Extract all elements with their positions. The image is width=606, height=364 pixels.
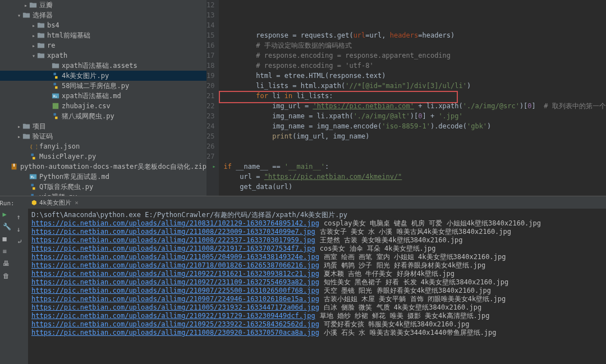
console-link[interactable]: https://pic.netbian.com/uploads/allimg/2… (31, 261, 319, 269)
tree-item[interactable]: 4k美女图片.py (0, 71, 206, 81)
tree-item[interactable]: M↓xpath语法基础.md (0, 91, 206, 101)
console-line: https://pic.netbian.com/uploads/allimg/2… (31, 303, 603, 312)
console-link[interactable]: https://pic.netbian.com/uploads/allimg/2… (31, 228, 315, 236)
tree-item-label: bs4 (47, 21, 59, 29)
console-link[interactable]: https://pic.netbian.com/uploads/allimg/2… (31, 287, 319, 294)
tree-item[interactable]: M↓Python常见面试题.md (0, 172, 206, 182)
tree-item-label: 验证码 (33, 132, 53, 141)
tree-item-label: re (47, 42, 55, 49)
print-icon[interactable]: 🖶 (3, 260, 12, 269)
expand-arrow-icon[interactable]: ▸ (30, 22, 37, 29)
tree-item[interactable]: ▸bs4 (0, 20, 206, 30)
console-link[interactable]: https://pic.netbian.com/uploads/allimg/2… (31, 245, 315, 252)
tree-item[interactable]: zhubajie.csv (0, 101, 206, 111)
console-link[interactable]: https://pic.netbian.com/uploads/allimg/2… (31, 329, 319, 337)
json-icon: { } (29, 142, 37, 150)
console-link[interactable]: https://pic.netbian.com/uploads/allimg/2… (31, 270, 319, 278)
py-icon (29, 193, 37, 196)
console-link[interactable]: https://pic.netbian.com/uploads/allimg/2… (31, 303, 319, 311)
py-icon (29, 183, 37, 191)
console-desc: 草地 婚纱 纱裙 鲜花 唯美 摄影 美女4k高清壁纸.jpg (320, 312, 490, 320)
code-line[interactable]: get_data(url) (223, 182, 606, 192)
tree-item[interactable]: 猪八戒网爬虫.py (0, 111, 206, 121)
code-line[interactable]: response = requests.get(url=url, headers… (223, 30, 606, 40)
tree-item[interactable]: MusicPlayer.py (0, 151, 206, 162)
trash-icon[interactable]: 🗑 (3, 272, 12, 281)
console-link[interactable]: https://pic.netbian.com/uploads/allimg/2… (31, 295, 319, 303)
tree-item[interactable]: ▸豆瓣 (0, 0, 206, 10)
expand-arrow-icon[interactable]: ▸ (16, 133, 22, 140)
code-line[interactable]: li_lists = html.xpath('//*[@id="main"]/d… (223, 81, 606, 91)
project-tree[interactable]: ▸豆瓣▾选择器▸bs4▸html前端基础▸re▾xpathxpath语法基础.a… (0, 0, 206, 196)
close-icon[interactable]: × (75, 199, 79, 206)
wrench-icon[interactable]: 🔧 (3, 223, 12, 232)
console-line: https://pic.netbian.com/uploads/allimg/2… (31, 261, 603, 270)
tree-item-label: 项目 (33, 122, 46, 131)
expand-arrow-icon[interactable]: ▸ (30, 43, 37, 49)
console-line: https://pic.netbian.com/uploads/allimg/2… (31, 320, 603, 329)
tree-item[interactable]: ▾xpath (0, 50, 206, 61)
expand-arrow-icon[interactable]: ▸ (30, 33, 37, 39)
tree-item[interactable]: vip视频.py (0, 192, 206, 196)
tree-item[interactable]: ▸验证码 (0, 131, 206, 141)
up-arrow-icon[interactable]: ↑ (17, 213, 26, 222)
expand-arrow-icon[interactable]: ▸ (22, 2, 29, 8)
code-line[interactable]: url = "https://pic.netbian.com/4kmeinv/" (223, 172, 606, 182)
expand-arrow-icon[interactable]: ▾ (16, 12, 22, 19)
tree-item[interactable]: { }fanyi.json (0, 141, 206, 151)
tree-item[interactable]: python-automation-docs-master吴老板doc自动化.z… (0, 162, 206, 172)
tree-item-label: 豆瓣 (39, 1, 53, 10)
console-link[interactable]: https://pic.netbian.com/uploads/allimg/2… (31, 236, 315, 244)
expand-arrow-icon[interactable]: ▾ (30, 53, 37, 59)
code-line[interactable] (223, 151, 606, 162)
console-link[interactable]: https://pic.netbian.com/uploads/allimg/2… (31, 219, 319, 227)
code-line[interactable]: # response.encoding = response.apparent_… (223, 50, 606, 61)
run-tab[interactable]: ⬢ 4k美女图片 × (28, 196, 606, 209)
soft-wrap-icon[interactable]: ⤶ (17, 238, 26, 247)
tree-item-label: 4k美女图片.py (62, 71, 109, 81)
code-line[interactable]: img_name = li.xpath('./a/img/@alt')[0] +… (223, 111, 606, 121)
console-link[interactable]: https://pic.netbian.com/uploads/allimg/2… (31, 320, 319, 328)
console-line: https://pic.netbian.com/uploads/allimg/2… (31, 219, 603, 228)
console-desc: 古装小姐姐 木屋 美女平躺 首饰 闭眼唯美美女4k壁纸.jpg (324, 295, 506, 303)
layout-icon[interactable]: ≡ (3, 247, 12, 256)
tree-item-label: Python常见面试题.md (39, 172, 109, 182)
rerun-icon[interactable]: ▶ (3, 210, 12, 219)
folder-icon (29, 1, 37, 9)
md-icon: M↓ (29, 173, 37, 181)
py-icon (52, 82, 59, 90)
tree-item[interactable]: ▸项目 (0, 121, 206, 131)
console-desc: cos美女 油伞 耳朵 4k美女壁纸.jpg (320, 245, 436, 252)
run-tab-label: 4k美女图片 (39, 199, 71, 207)
console-output[interactable]: D:\soft\Anaconda\python.exe E:/PythonCra… (28, 209, 606, 339)
code-line[interactable]: img_url = 'https://pic.netbian.com' + li… (223, 101, 606, 111)
folder-icon (37, 42, 45, 49)
console-link[interactable]: https://pic.netbian.com/uploads/allimg/2… (31, 253, 319, 261)
code-area[interactable]: response = requests.get(url=url, headers… (219, 0, 606, 196)
tree-item[interactable]: xpath语法基础.assets (0, 61, 206, 71)
code-line[interactable] (223, 141, 606, 151)
tree-item[interactable]: ▾选择器 (0, 10, 206, 20)
tree-item[interactable]: ▸html前端基础 (0, 30, 206, 40)
py-icon (29, 153, 37, 160)
code-line[interactable]: # 手动设定响应数据的编码格式 (223, 40, 606, 50)
console-line: D:\soft\Anaconda\python.exe E:/PythonCra… (31, 211, 603, 219)
code-line[interactable]: print(img_url, img_name) (223, 131, 606, 141)
console-desc: 夏木颖 吉他 牛仔美女 好身材4k壁纸.jpg (324, 270, 454, 278)
tree-item[interactable]: ▸re (0, 40, 206, 50)
code-line[interactable]: html = etree.HTML(response.text) (223, 71, 606, 81)
console-link[interactable]: https://pic.netbian.com/uploads/allimg/2… (31, 312, 315, 320)
console-link[interactable]: https://pic.netbian.com/uploads/allimg/2… (31, 278, 319, 286)
code-editor[interactable]: 12131415161718192021222324252627 respons… (206, 0, 606, 196)
code-line[interactable]: img_name = img_name.encode('iso-8859-1')… (223, 121, 606, 131)
down-arrow-icon[interactable]: ↓ (17, 225, 26, 234)
code-line[interactable]: ▸if __name__ == '__main__': (223, 162, 606, 172)
tree-item-label: 选择器 (33, 11, 53, 20)
stop-icon[interactable]: ■ (3, 235, 12, 244)
expand-arrow-icon[interactable]: ▸ (16, 123, 22, 130)
code-line[interactable]: for li in li_lists: (223, 91, 606, 101)
tree-item[interactable]: QT版音乐爬虫.py (0, 182, 206, 192)
tree-item[interactable]: 58同城二手房信息.py (0, 81, 206, 91)
code-line[interactable]: # response.encoding = 'utf-8' (223, 61, 606, 71)
console-desc: 白冰 侧脸 微笑 气质 4k美女壁纸3840x2160.jpg (324, 303, 481, 311)
